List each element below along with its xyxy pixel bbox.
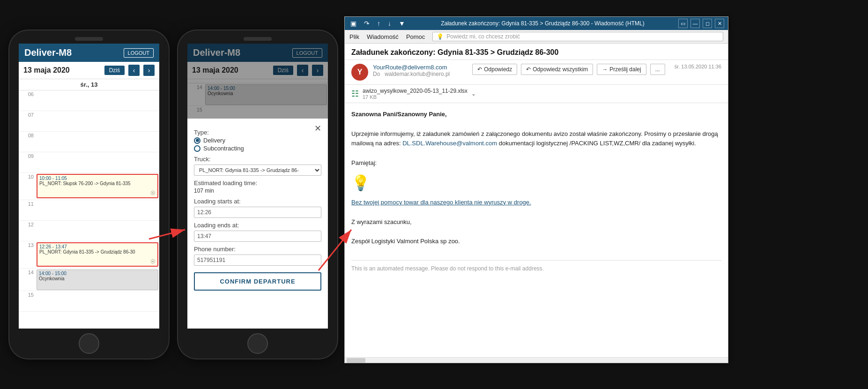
phone-2-speaker: [244, 37, 272, 41]
event-3-time: 14:00 - 15:00: [39, 271, 156, 276]
time-label-14: 14: [19, 269, 36, 291]
loading-starts-label: Loading starts at:: [194, 198, 321, 205]
time-content-13: 12:26 - 13:47 PL_NORT: Gdynia 81-335 -> …: [36, 241, 159, 268]
email-footer: This is an automated message. Please do …: [351, 264, 721, 273]
phone-1-calendar-header: śr., 13: [19, 79, 159, 90]
time-content-12: [36, 221, 159, 241]
event-3-title: Ocynkownia: [39, 276, 156, 281]
modal-top-space: [187, 44, 328, 119]
confirm-departure-button[interactable]: CONFIRM DEPARTURE: [194, 272, 321, 291]
phone-1-home-button[interactable]: [79, 333, 99, 354]
delivery-radio[interactable]: [194, 137, 200, 144]
truck-select[interactable]: PL_NORT: Gdynia 81-335 -> Grudziądz 86-: [194, 165, 321, 176]
menu-wiadomosc[interactable]: Wiadomość: [367, 33, 399, 40]
phone-2-home-button[interactable]: [247, 333, 268, 354]
time-content-11: [36, 200, 159, 220]
time-content-07: [36, 111, 159, 131]
reply-button[interactable]: ↶ Odpowiedz: [472, 64, 517, 75]
reply-all-label: Odpowiedz wszystkim: [533, 66, 588, 73]
phone-1-logout-button[interactable]: LOGOUT: [124, 48, 154, 58]
email-titlebar-icon-down[interactable]: ↓: [386, 19, 393, 28]
time-content-14: 14:00 - 15:00 Ocynkownia: [36, 269, 159, 291]
phone-1-next-button[interactable]: ›: [143, 65, 155, 76]
email-titlebar-icon-menu[interactable]: ▼: [397, 19, 407, 28]
loading-starts-input[interactable]: [194, 207, 321, 218]
phone-input[interactable]: [194, 254, 321, 266]
time-row-13: 13 12:26 - 13:47 PL_NORT: Gdynia 81-335 …: [19, 241, 159, 269]
time-label-13: 13: [19, 241, 36, 268]
menu-pomoc[interactable]: Pomoc: [406, 33, 425, 40]
event-block-1[interactable]: 10:00 - 11:05 PL_NORT: Słupsk 76-200 -> …: [37, 174, 158, 198]
lightbulb-icon: 💡: [351, 171, 721, 195]
email-titlebar-icon-undo[interactable]: ↷: [362, 19, 371, 28]
email-menubar: Plik Wiadomość Pomoc 💡 Powiedz mi, co ch…: [345, 30, 728, 44]
reply-all-button[interactable]: ↶ Odpowiedz wszystkim: [521, 64, 593, 75]
time-label-06: 06: [19, 90, 36, 111]
email-highlight: Bez twojej pomocy towar dla naszego klie…: [351, 199, 531, 206]
event-block-2[interactable]: 12:26 - 13:47 PL_NORT: Gdynia 81-335 -> …: [37, 242, 158, 267]
email-remember: Pamiętaj:: [351, 159, 377, 166]
modal-close-button[interactable]: ✕: [314, 123, 321, 134]
phone-1-screen: Deliver-M8 LOGOUT 13 maja 2020 Dziś ‹ › …: [19, 44, 159, 329]
email-search-bar[interactable]: 💡 Powiedz mi, co chcesz zrobić: [432, 32, 723, 41]
email-team: Zespół Logistyki Valmont Polska sp zoo.: [351, 237, 721, 247]
phone-1-calendar-body: 06 07 08 09 10 1: [19, 90, 159, 329]
email-window: ▣ ↷ ↑ ↓ ▼ Załadunek zakończony: Gdynia 8…: [344, 16, 728, 363]
time-label-09: 09: [19, 152, 36, 172]
phone-1-prev-button[interactable]: ‹: [128, 65, 140, 76]
attachment-chevron-icon[interactable]: ⌄: [471, 90, 476, 97]
titlebar-minimize-button[interactable]: —: [690, 19, 700, 28]
phone-1-date-bar: 13 maja 2020 Dziś ‹ ›: [19, 62, 159, 79]
event-1-time: 10:00 - 11:05: [39, 176, 156, 181]
time-label-08: 08: [19, 132, 36, 152]
phone-1-app-title: Deliver-M8: [24, 47, 72, 58]
email-titlebar-title: Załadunek zakończony: Gdynia 81-335 > Gr…: [411, 20, 675, 27]
email-titlebar-icon-up[interactable]: ↑: [375, 19, 382, 28]
to-address: waldemar.korlub@inero.pl: [385, 71, 450, 77]
modal-overlay: ✕ Type: Delivery Subcontracting Truck: P…: [187, 44, 328, 329]
titlebar-restore-button[interactable]: ▭: [678, 19, 688, 28]
event-1-title: PL_NORT: Słupsk 76-200 -> Gdynia 81-335: [39, 181, 156, 186]
reply-icon: ↶: [477, 66, 482, 73]
loading-ends-input[interactable]: [194, 231, 321, 242]
email-timestamp: śr. 13.05.2020 11:36: [675, 64, 721, 69]
titlebar-maximize-button[interactable]: ◻: [703, 19, 712, 28]
email-titlebar: ▣ ↷ ↑ ↓ ▼ Załadunek zakończony: Gdynia 8…: [345, 17, 728, 30]
phone-1-header: Deliver-M8 LOGOUT: [19, 44, 159, 62]
time-row-10: 10 10:00 - 11:05 PL_NORT: Słupsk 76-200 …: [19, 173, 159, 200]
truck-label: Truck:: [194, 156, 321, 163]
email-body: Szanowna Pani/Szanowny Panie, Uprzejmie …: [345, 103, 728, 357]
time-row-11: 11: [19, 200, 159, 221]
event-2-title: PL_NORT: Gdynia 81-335 -> Grudziądz 86-3…: [39, 249, 156, 254]
forward-button[interactable]: → Prześlij dalej: [597, 64, 646, 75]
to-label: Do: [373, 71, 380, 77]
time-label-07: 07: [19, 111, 36, 131]
attachment-info: awizo_wysylkowe_2020-05-13_11-29.xlsx 17…: [363, 88, 467, 100]
search-bulb-icon: 💡: [437, 33, 444, 40]
phone-1-today-button[interactable]: Dziś: [104, 66, 125, 75]
reply-label: Odpowiedz: [484, 66, 512, 73]
phone-label: Phone number:: [194, 246, 321, 253]
subcontracting-label: Subcontracting: [203, 145, 244, 152]
email-link[interactable]: DL.SDL.Warehouse@valmont.com: [402, 140, 497, 147]
sender-avatar: Y: [351, 64, 368, 81]
email-titlebar-icon-save[interactable]: ▣: [349, 19, 358, 28]
subcontracting-radio[interactable]: [194, 145, 200, 152]
event-block-3[interactable]: 14:00 - 15:00 Ocynkownia: [37, 269, 158, 290]
phone-2: Deliver-M8 LOGOUT 13 maja 2020 Dziś ‹ › …: [178, 30, 337, 359]
menu-plik[interactable]: Plik: [349, 33, 359, 40]
email-greeting: Szanowna Pani/Szanowny Panie,: [351, 111, 447, 118]
estimated-loading-value: 107 min: [194, 187, 321, 194]
search-placeholder: Powiedz mi, co chcesz zrobić: [446, 33, 520, 40]
more-button[interactable]: ...: [650, 64, 665, 75]
time-content-09: [36, 152, 159, 172]
email-attachment-row: ☷ awizo_wysylkowe_2020-05-13_11-29.xlsx …: [345, 85, 728, 103]
time-row-14: 14 14:00 - 15:00 Ocynkownia: [19, 269, 159, 291]
sender-to: Do waldemar.korlub@inero.pl: [373, 71, 467, 77]
phone-1: Deliver-M8 LOGOUT 13 maja 2020 Dziś ‹ › …: [9, 30, 169, 359]
event-2-time: 12:26 - 13:47: [39, 244, 156, 249]
event-2-icon: ☉: [150, 258, 156, 265]
titlebar-close-button[interactable]: ✕: [715, 19, 724, 28]
attachment-excel-icon: ☷: [351, 89, 359, 99]
email-scrollbar-horizontal[interactable]: [345, 357, 728, 363]
